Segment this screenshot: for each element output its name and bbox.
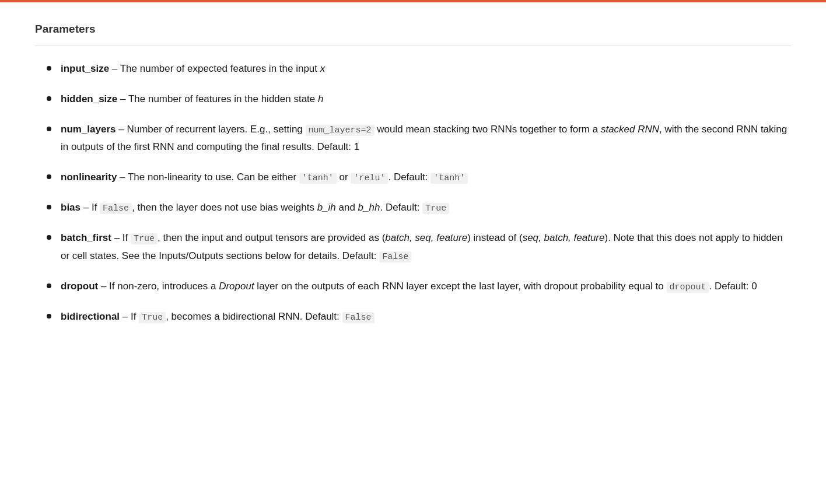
param-desc-batch_first: – If True, then the input and output ten…	[61, 232, 783, 261]
param-desc-nonlinearity: – The non-linearity to use. Can be eithe…	[117, 172, 468, 183]
param-item-dropout: dropout – If non-zero, introduces a Drop…	[35, 278, 791, 295]
bullet-icon	[47, 96, 51, 101]
param-desc-input_size: – The number of expected features in the…	[109, 63, 325, 74]
bullet-icon	[47, 127, 51, 131]
param-desc-bias: – If False, then the layer does not use …	[80, 202, 449, 213]
param-name-bias: bias	[61, 202, 80, 213]
section-title: Parameters	[35, 20, 791, 46]
param-name-nonlinearity: nonlinearity	[61, 172, 117, 183]
bullet-icon	[47, 174, 51, 179]
param-name-batch_first: batch_first	[61, 232, 111, 243]
param-item-batch_first: batch_first – If True, then the input an…	[35, 229, 791, 265]
param-desc-num_layers: – Number of recurrent layers. E.g., sett…	[61, 124, 787, 152]
param-content-nonlinearity: nonlinearity – The non-linearity to use.…	[61, 169, 791, 186]
param-content-dropout: dropout – If non-zero, introduces a Drop…	[61, 278, 791, 295]
param-name-hidden_size: hidden_size	[61, 93, 117, 104]
param-desc-dropout: – If non-zero, introduces a Dropout laye…	[98, 281, 757, 292]
bullet-icon	[47, 314, 51, 318]
param-content-input_size: input_size – The number of expected feat…	[61, 60, 791, 78]
param-name-input_size: input_size	[61, 63, 109, 74]
param-item-nonlinearity: nonlinearity – The non-linearity to use.…	[35, 169, 791, 186]
bullet-icon	[47, 205, 51, 209]
param-item-input_size: input_size – The number of expected feat…	[35, 60, 791, 78]
bullet-icon	[47, 66, 51, 71]
bullet-icon	[47, 284, 51, 288]
param-desc-hidden_size: – The number of features in the hidden s…	[117, 93, 323, 104]
param-item-bias: bias – If False, then the layer does not…	[35, 199, 791, 216]
param-content-bidirectional: bidirectional – If True, becomes a bidir…	[61, 308, 791, 326]
page-container: Parameters input_size – The number of ex…	[0, 0, 826, 504]
param-name-dropout: dropout	[61, 281, 98, 292]
param-item-hidden_size: hidden_size – The number of features in …	[35, 90, 791, 108]
param-desc-bidirectional: – If True, becomes a bidirectional RNN. …	[120, 311, 374, 322]
parameters-list: input_size – The number of expected feat…	[35, 60, 791, 326]
param-item-bidirectional: bidirectional – If True, becomes a bidir…	[35, 308, 791, 326]
param-content-num_layers: num_layers – Number of recurrent layers.…	[61, 121, 791, 156]
bullet-icon	[47, 235, 51, 240]
param-item-num_layers: num_layers – Number of recurrent layers.…	[35, 121, 791, 156]
param-content-batch_first: batch_first – If True, then the input an…	[61, 229, 791, 265]
param-name-num_layers: num_layers	[61, 124, 116, 135]
param-name-bidirectional: bidirectional	[61, 311, 120, 322]
param-content-hidden_size: hidden_size – The number of features in …	[61, 90, 791, 108]
param-content-bias: bias – If False, then the layer does not…	[61, 199, 791, 216]
